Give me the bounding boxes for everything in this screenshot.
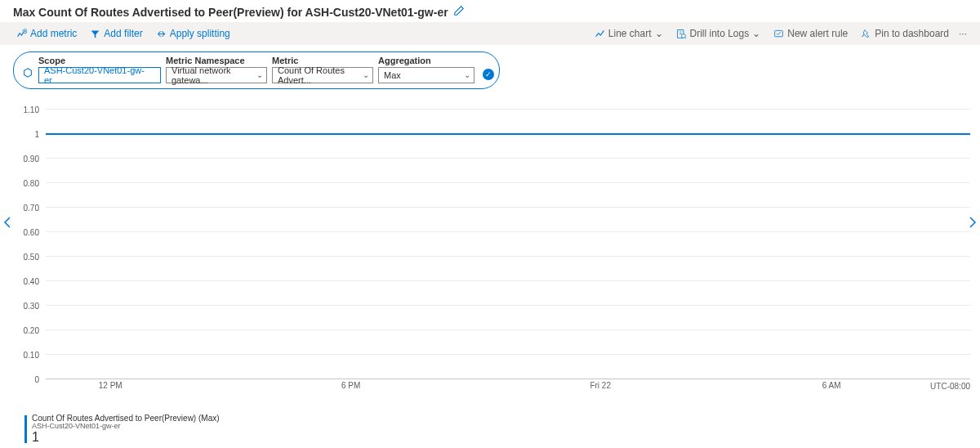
y-tick-label: 1 <box>34 130 39 139</box>
y-tick-label: 0.80 <box>24 179 39 188</box>
chart-type-dropdown[interactable]: Line chart ⌄ <box>588 24 670 43</box>
scope-selector[interactable]: ASH-Cust20-VNet01-gw-er <box>38 67 161 83</box>
gridline <box>46 305 970 306</box>
x-tick-label: 6 AM <box>822 381 841 390</box>
logs-icon <box>676 29 687 39</box>
y-tick-label: 0.60 <box>24 228 39 237</box>
series-line <box>46 133 970 135</box>
more-menu-button[interactable]: ··· <box>956 24 970 43</box>
line-chart-icon <box>595 29 605 39</box>
metric-label: Metric <box>272 56 373 65</box>
add-metric-icon <box>16 29 27 39</box>
metric-config: Scope ASH-Cust20-VNet01-gw-er Metric Nam… <box>0 45 980 89</box>
gridline <box>46 379 970 379</box>
y-tick-label: 1.10 <box>24 105 39 114</box>
y-tick-label: 0.40 <box>24 277 39 286</box>
legend[interactable]: Count Of Routes Advertised to Peer(Previ… <box>24 414 220 445</box>
timezone-label: UTC-08:00 <box>930 382 970 391</box>
apply-splitting-button[interactable]: Apply splitting <box>149 24 237 43</box>
confirm-icon[interactable]: ✓ <box>483 69 494 80</box>
chevron-down-icon: ⌄ <box>363 70 369 79</box>
legend-resource-name: ASH-Cust20-VNet01-gw-er <box>32 423 220 431</box>
chart-area: 00.100.200.300.400.500.600.700.800.9011.… <box>13 90 970 402</box>
chart-grid <box>46 110 970 379</box>
y-tick-label: 0 <box>34 375 39 384</box>
filter-icon <box>90 29 100 39</box>
y-tick-label: 0.70 <box>24 204 39 213</box>
gridline <box>46 109 970 110</box>
y-tick-label: 0.50 <box>24 253 39 262</box>
legend-series-name: Count Of Routes Advertised to Peer(Previ… <box>32 414 220 423</box>
gridline <box>46 256 970 257</box>
page-title: Max Count Of Routes Advertised to Peer(P… <box>13 6 448 19</box>
edit-title-icon[interactable] <box>453 5 465 19</box>
add-filter-button[interactable]: Add filter <box>83 24 149 43</box>
page-title-row: Max Count Of Routes Advertised to Peer(P… <box>0 0 980 22</box>
y-axis: 00.100.200.300.400.500.600.700.800.9011.… <box>13 110 42 379</box>
gridline <box>46 280 970 281</box>
pin-to-dashboard-button[interactable]: Pin to dashboard <box>854 24 956 43</box>
more-icon: ··· <box>959 28 967 39</box>
y-tick-label: 0.20 <box>24 326 39 335</box>
chevron-down-icon: ⌄ <box>655 28 663 39</box>
chevron-down-icon: ⌄ <box>752 28 760 39</box>
namespace-label: Metric Namespace <box>166 56 267 65</box>
x-tick-label: Fri 22 <box>590 381 611 390</box>
gridline <box>46 182 970 183</box>
x-tick-label: 12 PM <box>99 381 122 390</box>
gridline <box>46 231 970 232</box>
aggregation-label: Aggregation <box>378 56 474 65</box>
split-icon <box>156 29 167 39</box>
gridline <box>46 354 970 355</box>
chevron-down-icon: ⌄ <box>256 70 263 79</box>
namespace-selector[interactable]: Virtual network gatewa... ⌄ <box>166 67 267 83</box>
x-axis: 12 PM6 PMFri 226 AM <box>46 381 970 391</box>
legend-value: 1 <box>32 430 220 445</box>
drill-into-logs-button[interactable]: Drill into Logs ⌄ <box>670 24 768 43</box>
aggregation-selector[interactable]: Max ⌄ <box>378 67 474 83</box>
new-alert-rule-button[interactable]: New alert rule <box>767 24 854 43</box>
x-tick-label: 6 PM <box>341 381 360 390</box>
y-tick-label: 0.90 <box>24 155 39 164</box>
legend-color-bar <box>24 415 27 443</box>
alert-icon <box>773 29 784 39</box>
metric-config-pill: Scope ASH-Cust20-VNet01-gw-er Metric Nam… <box>13 52 500 89</box>
y-tick-label: 0.10 <box>24 351 39 360</box>
resource-icon <box>22 67 33 81</box>
gridline <box>46 329 970 330</box>
metric-selector[interactable]: Count Of Routes Advert... ⌄ <box>272 67 373 83</box>
add-metric-button[interactable]: Add metric <box>10 24 83 43</box>
chevron-down-icon: ⌄ <box>464 70 470 79</box>
y-tick-label: 0.30 <box>24 302 39 311</box>
gridline <box>46 207 970 208</box>
chart-toolbar: Add metric Add filter Apply splitting Li… <box>0 22 980 45</box>
scope-label: Scope <box>38 56 161 65</box>
gridline <box>46 158 970 159</box>
pin-icon <box>861 29 871 39</box>
